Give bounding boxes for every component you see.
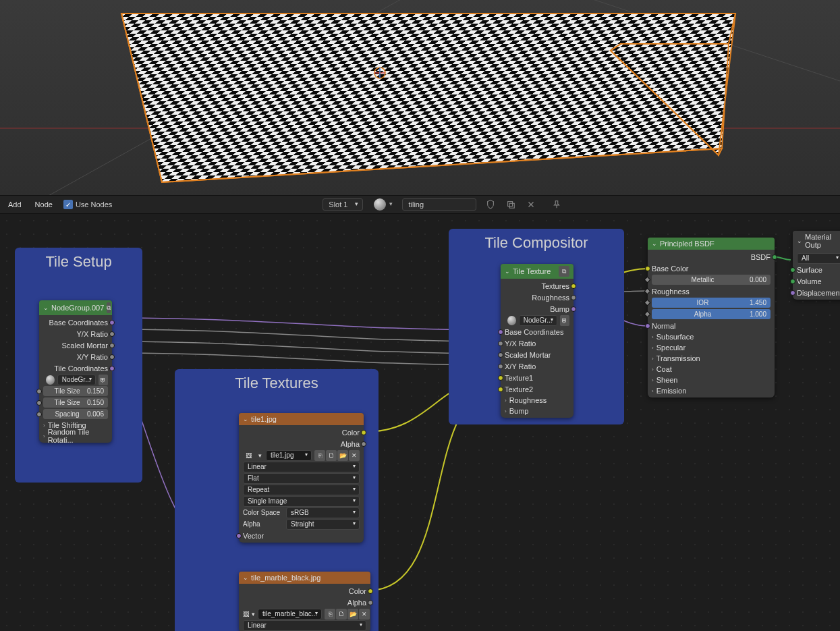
node-title: Material Outp [805,233,840,249]
dropdown-icon[interactable]: ▾ [252,609,255,620]
socket-normal: Normal [652,322,675,330]
users-icon[interactable]: ⎘ [314,450,325,461]
collapse-icon[interactable]: ⌄ [243,416,248,422]
image-name-field[interactable]: tile1.jpg [266,450,312,461]
ior-field[interactable]: IOR1.450 [652,298,771,308]
shader-editor-header: Add Node ✓ Use Nodes Slot 1 tiling [0,195,840,214]
random-rotation-expand[interactable]: ›Random Tile Rotati... [39,431,112,441]
spacing-field[interactable]: Spacing0.006 [43,409,108,419]
group-edit-icon[interactable]: ⧉ [559,266,569,277]
node-header[interactable]: ⌄ NodeGroup.007 ⧉ [39,300,112,315]
node-header[interactable]: ⌄ Tile Texture ⧉ [501,264,573,279]
socket-surface: Surface [797,266,822,274]
shield-icon[interactable] [484,199,497,210]
node-tile-texture[interactable]: ⌄ Tile Texture ⧉ Textures Roughness Bump… [501,264,573,418]
new-icon[interactable]: 🗋 [336,609,347,620]
socket-mortar-in: Scaled Mortar [505,351,551,359]
material-preview-icon[interactable] [374,198,386,211]
socket-tex2-in: Texture2 [505,385,533,393]
emission-expand[interactable]: ›Emission [648,385,775,396]
close-icon[interactable] [525,199,537,210]
node-header[interactable]: ⌄ Material Outp [793,231,840,251]
open-icon[interactable]: 📂 [337,450,348,461]
socket-vector: Vector [243,532,264,540]
image-icon[interactable]: 🖼 [243,609,249,620]
node-title: Principled BSDF [660,240,715,248]
datablock-icon[interactable] [46,375,55,385]
colorspace-select[interactable]: sRGB [286,507,360,518]
socket-scaled-mortar: Scaled Mortar [62,341,108,350]
svg-rect-14 [508,202,513,207]
node-editor[interactable]: Tile Setup ⌄ NodeGroup.007 ⧉ Base Coordi… [0,214,840,631]
specular-expand[interactable]: ›Specular [648,342,775,353]
pin-icon[interactable] [551,199,563,210]
roughness-expand[interactable]: ›Roughness [501,395,573,406]
material-slot-select[interactable]: Slot 1 [323,198,363,211]
tile-size-a-field[interactable]: Tile Size0.150 [43,386,108,396]
frame-title: Tile Textures [175,375,379,392]
node-material-output[interactable]: ⌄ Material Outp All Surface Volume Displ… [793,231,840,300]
node-title: NodeGroup.007 [51,304,104,312]
nodegroup-select[interactable]: NodeGr... [57,375,96,385]
material-name-field[interactable]: tiling [402,198,476,211]
node-header[interactable]: ⌄ Principled BSDF [648,238,775,250]
node-header[interactable]: ⌄ tile1.jpg [239,413,364,425]
collapse-icon[interactable]: ⌄ [652,240,657,247]
interpolation-select[interactable]: Linear [243,462,360,472]
interpolation-select[interactable]: Linear [243,620,366,631]
node-nodegroup-007[interactable]: ⌄ NodeGroup.007 ⧉ Base Coordinates Y/X R… [39,300,112,443]
menu-add[interactable]: Add [5,199,24,210]
socket-bsdf: BSDF [751,253,771,261]
image-icon[interactable]: 🖼 [243,450,254,461]
unlink-icon[interactable]: ✕ [359,609,370,620]
socket-yx-in: Y/X Ratio [505,339,536,348]
nodegroup-select[interactable]: NodeGr... [519,315,557,326]
menu-node[interactable]: Node [32,199,55,210]
datablock-icon[interactable] [507,316,516,325]
socket-textures: Textures [541,282,569,290]
copy-icon[interactable] [505,199,517,210]
use-nodes-label: Use Nodes [76,200,112,209]
checkbox-icon: ✓ [63,200,73,209]
tile-size-b-field[interactable]: Tile Size0.150 [43,397,108,408]
open-icon[interactable]: 📂 [347,609,358,620]
bump-expand[interactable]: ›Bump [501,406,573,416]
collapse-icon[interactable]: ⌄ [505,268,510,275]
socket-base-color: Base Color [652,265,688,273]
users-icon[interactable]: ⎘ [325,609,335,620]
node-principled-bsdf[interactable]: ⌄ Principled BSDF BSDF Base Color Metall… [648,238,775,397]
socket-bump-out: Bump [550,305,569,313]
transmission-expand[interactable]: ›Transmission [648,353,775,364]
collapse-icon[interactable]: ⌄ [43,304,49,311]
coat-expand[interactable]: ›Coat [648,364,775,375]
collapse-icon[interactable]: ⌄ [797,238,802,244]
socket-yx-ratio: Y/X Ratio [77,330,108,338]
alpha-mode-select[interactable]: Straight [286,519,360,530]
alpha-field[interactable]: Alpha1.000 [652,309,771,319]
node-image-tile1[interactable]: ⌄ tile1.jpg Color Alpha 🖼 ▾ tile1.jpg ⎘ … [239,413,364,543]
socket-roughness-in: Roughness [652,287,690,296]
dropdown-icon[interactable]: ▾ [256,450,263,461]
3d-viewport[interactable] [0,0,840,195]
projection-select[interactable]: Flat [243,473,360,484]
extension-select[interactable]: Repeat [243,485,360,495]
unlink-icon[interactable]: ✕ [349,450,360,461]
use-nodes-toggle[interactable]: ✓ Use Nodes [63,200,112,209]
collapse-icon[interactable]: ⌄ [243,574,248,581]
target-select[interactable]: All [797,253,840,264]
node-title: Tile Texture [513,267,551,275]
shield-icon[interactable]: ⛨ [560,315,570,326]
metallic-field[interactable]: Metallic0.000 [652,275,771,285]
source-select[interactable]: Single Image [243,496,360,507]
subsurface-expand[interactable]: ›Subsurface [648,331,775,342]
image-name-field[interactable]: tile_marble_blac... [258,609,322,620]
shield-icon[interactable]: ⛨ [99,375,109,385]
group-edit-icon[interactable]: ⧉ [107,302,111,313]
node-image-marble-black[interactable]: ⌄ tile_marble_black.jpg Color Alpha 🖼 ▾ … [239,572,370,631]
new-icon[interactable]: 🗋 [326,450,337,461]
frame-title: Tile Compositor [449,234,624,252]
frame-title: Tile Setup [15,253,142,271]
sheen-expand[interactable]: ›Sheen [648,375,775,385]
svg-rect-15 [510,203,515,208]
node-header[interactable]: ⌄ tile_marble_black.jpg [239,572,370,584]
